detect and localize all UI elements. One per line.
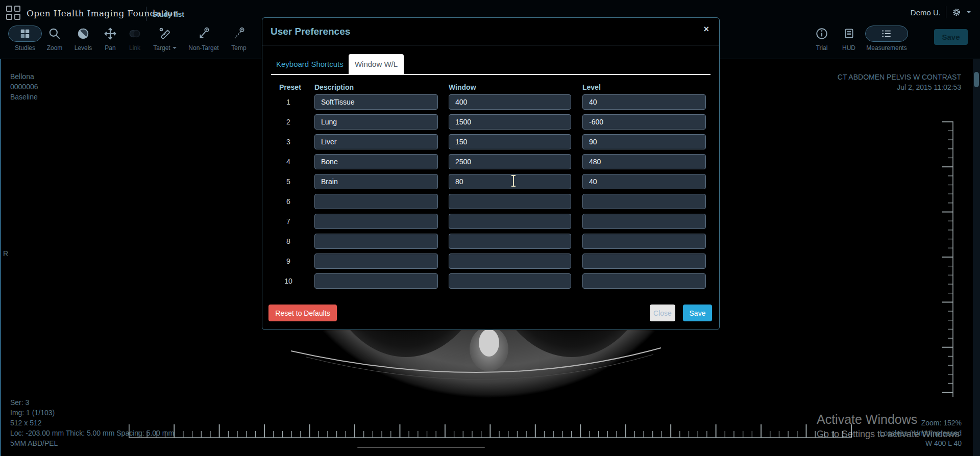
orientation-marker-r: R [3,248,8,259]
preset-number: 10 [278,271,299,291]
preset-row: 4 [262,152,720,172]
preset-row: 10 [262,271,720,291]
preset-number: 4 [278,152,299,172]
divider [146,7,146,21]
level-input-8[interactable] [582,234,706,249]
window-input-7[interactable] [449,214,571,229]
preset-rows: 12345678910 [262,92,720,291]
non-target-icon [197,27,210,40]
measurements-active-pill [865,26,908,42]
level-input-3[interactable] [582,134,706,149]
window-input-4[interactable] [449,154,571,169]
window-input-8[interactable] [449,234,571,249]
level-input-10[interactable] [582,273,706,289]
description-input-5[interactable] [314,174,438,189]
tool-temp[interactable]: Temp [216,24,262,52]
temp-icon [232,27,246,40]
preset-row: 8 [262,232,720,251]
description-input-7[interactable] [314,214,438,229]
study-info-overlay: CT ABDOMEN PELVIS W CONTRAST Jul 2, 2015… [838,72,961,92]
window-input-2[interactable] [449,114,571,130]
close-icon[interactable]: × [703,24,709,35]
preset-number: 1 [278,92,299,112]
window-input-6[interactable] [449,194,571,209]
series-info-overlay: Ser: 3 Img: 1 (1/103) 512 x 512 Loc: -20… [10,397,174,448]
level-input-5[interactable] [582,174,706,189]
reset-to-defaults-button[interactable]: Reset to Defaults [268,305,337,321]
preset-number: 3 [278,132,299,152]
study-list-link[interactable]: Study list [152,10,184,18]
preset-number: 5 [278,172,299,192]
user-menu[interactable]: Demo U. [911,6,971,18]
dialog-header: User Preferences × [262,18,719,45]
window-input-1[interactable] [449,94,571,110]
save-session-button[interactable]: Save [934,29,968,45]
zoom-wl-overlay: Zoom: 152% Lossless / Uncompressed W 400… [880,418,962,448]
column-header-window: Window [449,83,476,91]
target-ruler-icon [158,27,172,40]
window-input-3[interactable] [449,134,571,149]
level-input-1[interactable] [582,94,706,110]
username: Demo U. [911,8,941,17]
tool-measurements[interactable]: Measurements [864,24,910,52]
window-input-10[interactable] [449,273,571,289]
preset-row: 2 [262,112,720,132]
preset-row: 9 [262,251,720,271]
tab-window-wl[interactable]: Window W/L [349,54,404,74]
description-input-1[interactable] [314,94,438,110]
dialog-title: User Preferences [271,26,350,37]
divider [946,6,946,18]
tool-label: Temp [216,44,262,52]
gear-icon[interactable] [951,7,962,17]
right-ruler [942,121,954,399]
description-input-8[interactable] [314,234,438,249]
preset-row: 5 [262,172,720,192]
preset-number: 6 [278,192,299,212]
window-input-5[interactable] [449,174,571,189]
hud-panel-icon [842,27,855,40]
level-input-4[interactable] [582,154,706,169]
preset-number: 2 [278,112,299,132]
bottom-ruler [129,424,852,440]
preset-row: 1 [262,92,720,112]
active-viewport-border [0,59,1,456]
level-input-7[interactable] [582,214,706,229]
close-button[interactable]: Close [650,305,675,321]
patient-info-overlay: Bellona 0000006 Baseline [10,71,38,102]
ct-table-edge-line [357,447,485,448]
description-input-4[interactable] [314,154,438,169]
text-cursor [510,174,517,187]
ohif-viewer: Open Health Imaging Foundation Study lis… [0,0,980,456]
user-preferences-dialog: User Preferences × Keyboard Shortcuts Wi… [262,17,720,330]
column-header-preset: Preset [279,83,301,91]
save-button[interactable]: Save [683,305,712,321]
tab-keyboard-shortcuts[interactable]: Keyboard Shortcuts [276,60,344,68]
description-input-3[interactable] [314,134,438,149]
magnifier-icon [48,27,61,40]
column-header-description: Description [314,83,354,91]
level-input-2[interactable] [582,114,706,130]
preset-row: 3 [262,132,720,152]
link-toggle-icon [128,27,142,40]
column-header-level: Level [582,83,601,91]
level-input-6[interactable] [582,194,706,209]
chevron-down-icon [173,47,177,51]
preset-row: 7 [262,212,720,232]
description-input-2[interactable] [314,114,438,130]
preset-number: 8 [278,232,299,251]
image-scrollbar-thumb[interactable] [974,72,979,87]
preset-number: 7 [278,212,299,232]
level-input-9[interactable] [582,254,706,269]
list-icon [881,29,892,39]
ohif-logo-icon[interactable] [6,6,21,21]
description-input-9[interactable] [314,254,438,269]
grid-icon [19,28,31,39]
tool-label: Measurements [864,44,910,52]
window-input-9[interactable] [449,254,571,269]
preset-number: 9 [278,251,299,271]
chevron-down-icon[interactable] [967,11,971,15]
tab-underline [271,74,710,75]
description-input-6[interactable] [314,194,438,209]
image-scrollbar[interactable] [973,59,980,456]
description-input-10[interactable] [314,273,438,289]
